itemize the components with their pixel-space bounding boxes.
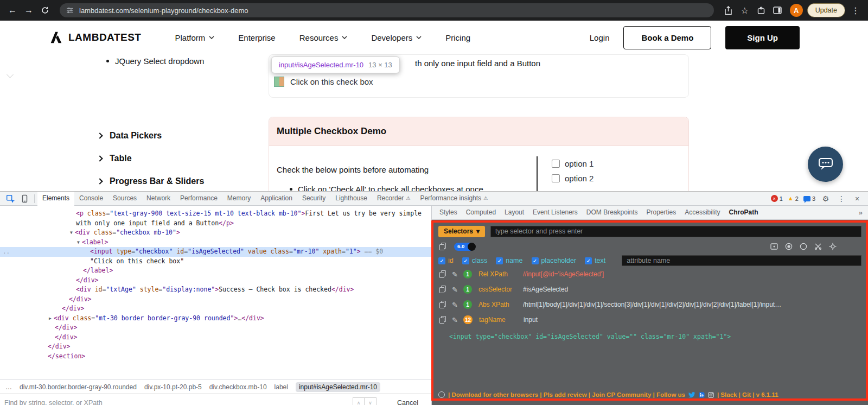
footer-links-right[interactable]: | Slack | Git | v 6.1.11 <box>717 391 778 398</box>
tab-performance-insights[interactable]: Performance insights⚠ <box>415 192 493 206</box>
devtools-settings-icon[interactable]: ⚙ <box>820 194 831 203</box>
tab-application[interactable]: Application <box>256 192 297 206</box>
target-icon[interactable] <box>800 243 807 250</box>
footer-links-left[interactable]: | Download for other browsers | Pls add … <box>448 391 685 398</box>
edit-pencil-icon[interactable]: ✎ <box>452 301 458 309</box>
issues-badge[interactable]: 3 <box>803 195 815 202</box>
dom-tree-line[interactable]: </div> <box>0 295 431 305</box>
matched-node-code[interactable]: <input type="checkbox" id="isAgeSelected… <box>449 333 861 340</box>
dom-tree-line[interactable]: </div> <box>0 342 431 352</box>
find-cancel-button[interactable]: Cancel <box>397 399 418 405</box>
tab-sources[interactable]: Sources <box>108 192 142 206</box>
filter-placeholder[interactable]: ✓placeholder <box>532 257 577 264</box>
profile-avatar[interactable]: A <box>790 4 803 17</box>
copy-icon[interactable] <box>439 270 446 279</box>
bookmark-star-icon[interactable]: ☆ <box>737 2 753 18</box>
tab-properties[interactable]: Properties <box>642 206 681 220</box>
option-checkbox[interactable] <box>552 174 560 182</box>
nav-resources[interactable]: Resources <box>299 33 348 42</box>
dom-tree-line[interactable]: </div> <box>0 276 431 286</box>
update-button[interactable]: Update <box>807 3 845 17</box>
twitter-icon[interactable] <box>688 392 695 398</box>
dom-tree-line-selected[interactable]: <input type="checkbox" id="isAgeSelected… <box>0 247 431 257</box>
copy-icon[interactable] <box>439 301 446 309</box>
filter-class[interactable]: ✓class <box>462 257 487 264</box>
tab-dom-breakpoints[interactable]: DOM Breakpoints <box>582 206 642 220</box>
side-panel-icon[interactable] <box>769 2 786 18</box>
lambdatest-logo[interactable]: LAMBDATEST <box>48 29 141 46</box>
dom-tree-line[interactable]: with only one input field and a Button</… <box>0 219 431 229</box>
devtools-menu-icon[interactable]: ⋮ <box>836 194 847 203</box>
accordion-data-pickers[interactable]: Data Pickers <box>98 131 162 141</box>
attribute-name-input[interactable] <box>622 255 861 266</box>
inspected-checkbox[interactable] <box>275 77 284 86</box>
find-input[interactable] <box>4 399 353 405</box>
share-icon[interactable] <box>720 2 737 18</box>
browser-menu-icon[interactable]: ⋮ <box>847 2 864 18</box>
find-previous-icon[interactable]: ∧ <box>353 397 365 405</box>
breadcrumb-ellipsis[interactable]: … <box>5 383 12 391</box>
breadcrumb-item[interactable]: div.checkbox.mb-10 <box>209 383 267 391</box>
expand-arrow-icon[interactable]: ▼ <box>75 238 82 248</box>
tab-layout[interactable]: Layout <box>500 206 528 220</box>
tab-accessibility[interactable]: Accessibility <box>680 206 724 220</box>
reload-icon[interactable] <box>37 2 53 18</box>
back-icon[interactable]: ← <box>4 2 21 18</box>
dom-tree-line[interactable]: </label> <box>0 266 431 276</box>
extensions-icon[interactable] <box>753 2 769 18</box>
breadcrumb-item[interactable]: label <box>275 383 288 391</box>
edit-pencil-icon[interactable]: ✎ <box>452 270 458 279</box>
edit-pencil-icon[interactable]: ✎ <box>452 316 458 324</box>
accordion-table[interactable]: Table <box>98 154 132 163</box>
inspect-element-icon[interactable] <box>3 192 17 205</box>
tab-memory[interactable]: Memory <box>222 192 256 206</box>
dom-tree-line[interactable]: ▼<label> <box>0 238 431 248</box>
warning-badge[interactable]: ▲2 <box>788 195 799 202</box>
option-checkbox[interactable] <box>552 160 560 168</box>
dom-tree-line[interactable]: ▶<div class="mt-30 border border-gray-90… <box>0 314 431 324</box>
tab-security[interactable]: Security <box>297 192 330 206</box>
selector-query-input[interactable] <box>490 226 861 237</box>
nav-pricing[interactable]: Pricing <box>445 33 470 42</box>
signup-button[interactable]: Sign Up <box>725 26 800 49</box>
devtools-close-icon[interactable]: × <box>852 194 863 203</box>
copy-icon[interactable] <box>439 286 446 294</box>
checkbox-label[interactable]: Click on this check box <box>290 77 373 86</box>
tab-styles[interactable]: Styles <box>435 206 462 220</box>
tab-event-listeners[interactable]: Event Listeners <box>528 206 582 220</box>
dom-tree-line[interactable]: ▼<div class="checkbox mb-10"> <box>0 228 431 238</box>
breadcrumb-item-selected[interactable]: input#isAgeSelected.mr-10 <box>296 382 380 392</box>
result-value[interactable]: /html[1]/body[1]/div[1]/div[1]/section[3… <box>523 301 861 308</box>
url-bar[interactable] <box>60 3 714 17</box>
url-input[interactable] <box>79 7 707 15</box>
selectors-dropdown-button[interactable]: Selectors▾ <box>438 226 485 237</box>
panel-view-icon[interactable] <box>770 243 778 250</box>
nav-enterprise[interactable]: Enterprise <box>238 33 275 42</box>
dom-tree-line[interactable]: "Click on this check box" <box>0 257 431 267</box>
dom-tree-line[interactable]: <p class="text-gray-900 text-size-15 mt-… <box>0 209 431 219</box>
linkedin-icon[interactable] <box>699 392 705 398</box>
dom-tree-line[interactable]: </div> <box>0 323 431 333</box>
edit-pencil-icon[interactable]: ✎ <box>452 286 458 294</box>
device-toolbar-icon[interactable] <box>17 192 31 205</box>
breadcrumb-item[interactable]: div.px-10.pt-20.pb-5 <box>144 383 202 391</box>
collapse-arrow-icon[interactable]: ▶ <box>47 314 54 324</box>
nav-platform[interactable]: Platform <box>175 33 214 42</box>
instagram-icon[interactable] <box>708 392 714 398</box>
filter-name[interactable]: ✓name <box>496 257 522 264</box>
breadcrumb-item[interactable]: div.mt-30.border.border-gray-90.rounded <box>20 383 137 391</box>
filter-id[interactable]: ✓id <box>438 257 454 264</box>
filter-text[interactable]: ✓text <box>585 257 605 264</box>
dom-tree-line[interactable]: <div id="txtAge" style="display:none">Su… <box>0 285 431 295</box>
result-value[interactable]: //input[@id='isAgeSelected'] <box>523 270 861 278</box>
accordion-progress-bar[interactable]: Progress Bar & Sliders <box>98 176 204 186</box>
dom-tree-line[interactable]: </div> <box>0 304 431 314</box>
tab-lighthouse[interactable]: Lighthouse <box>330 192 372 206</box>
tab-chropath[interactable]: ChroPath <box>725 206 763 220</box>
login-link[interactable]: Login <box>590 33 610 42</box>
tab-computed[interactable]: Computed <box>462 206 500 220</box>
version-toggle[interactable]: 6.0 <box>454 243 475 251</box>
tab-network[interactable]: Network <box>142 192 175 206</box>
book-demo-button[interactable]: Book a Demo <box>623 26 711 49</box>
tab-console[interactable]: Console <box>74 192 108 206</box>
